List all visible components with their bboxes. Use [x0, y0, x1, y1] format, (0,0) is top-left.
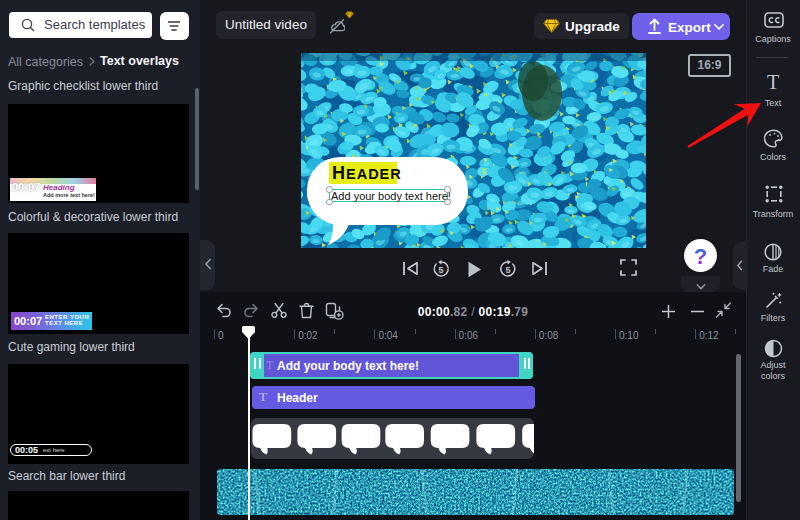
- svg-text:5: 5: [438, 265, 443, 275]
- svg-text:?: ?: [694, 243, 707, 268]
- svg-text:5: 5: [505, 265, 510, 275]
